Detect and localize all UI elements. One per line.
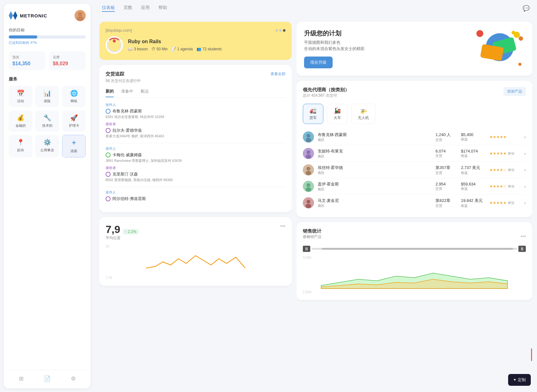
sales-menu-icon[interactable]: ••• [521, 234, 526, 239]
course-dots [275, 29, 285, 32]
agent-arrow-3[interactable]: › [524, 167, 526, 172]
agent-transactions-2: 6,074 交货 [435, 149, 457, 158]
cat-tab-train[interactable]: 🚂 火车 [327, 104, 348, 124]
dot2 [279, 29, 282, 32]
goal-label: 你的目标 [9, 27, 86, 33]
agent-transactions-3: 第357章 交货 [435, 165, 457, 175]
utility-icon: ⚙️ [43, 139, 51, 146]
illus-gear [476, 30, 483, 37]
svg-point-11 [306, 187, 311, 192]
view-all-link[interactable]: 查看全部 [271, 71, 285, 77]
service-label-insurance: 保险 [44, 99, 51, 103]
agent-transactions-4: 2,954 交货 [435, 182, 457, 191]
agent-revenue-2: $174,074 收益 [461, 149, 486, 158]
agenda-icon: 📝 [171, 47, 176, 51]
cat-tab-drone[interactable]: 🚁 无人机 [351, 104, 375, 124]
service-item-insurance[interactable]: 📊 保险 [35, 86, 59, 107]
service-item-tech[interactable]: 🔧 技术的 [35, 110, 59, 132]
progress-text: 已达到目标的 37% [9, 40, 86, 45]
upgrade-illustration [475, 30, 525, 67]
rating-label-5: 评分 [508, 201, 515, 205]
logo-text: METRONIC [20, 13, 47, 18]
stars-3: ★★★★☆ [489, 168, 507, 172]
nav-apps[interactable]: 应用 [141, 5, 150, 12]
add-product-button[interactable]: 添加产品 [503, 87, 526, 96]
service-item-activity[interactable]: 📅 活动 [9, 86, 32, 107]
upgrade-desc: 平面描图和我们多色 生动的未混合紫色头发女士的精彩 [304, 39, 365, 52]
service-item-network[interactable]: 🌐 网络 [62, 86, 86, 107]
slider-pause-right[interactable]: ⏸ [518, 246, 526, 252]
tab-preparing[interactable]: 准备中 [121, 89, 133, 97]
nav-help[interactable]: 帮助 [158, 5, 167, 12]
service-item-finance[interactable]: 💰 金融的 [9, 110, 32, 132]
agent-avatar-4 [303, 181, 314, 192]
care-icon: 🚀 [70, 114, 78, 121]
nav-dashboard[interactable]: 仪表板 [102, 5, 115, 12]
expense-label: 花费 [53, 55, 82, 60]
right-column: 升级您的计划 平面描图和我们多色 生动的未混合紫色头发女士的精彩 现在升级 [297, 22, 532, 387]
lesson-icon: 📖 [128, 47, 133, 51]
svg-point-3 [77, 16, 84, 21]
svg-point-2 [78, 12, 82, 16]
topnav-links: 仪表板 页数 应用 帮助 [102, 5, 167, 12]
left-column: [biqubiqu.com] Ruby on Rails [99, 22, 292, 387]
svg-point-5 [306, 138, 311, 142]
agent-avatar-3 [303, 164, 314, 175]
topnav: 仪表板 页数 应用 帮助 💬 [94, 0, 537, 17]
agent-arrow-5[interactable]: › [524, 200, 526, 205]
illus-coin2 [519, 36, 523, 41]
agent-region-1: 南区 [318, 138, 432, 142]
settings-icon[interactable]: ⚙ [71, 375, 76, 382]
svg-marker-1 [13, 11, 17, 20]
nav-pages[interactable]: 页数 [124, 5, 132, 12]
chat-icon[interactable]: 💬 [523, 5, 530, 12]
dot3-active [283, 29, 285, 32]
receiver-name-2: 克里斯汀·沃森 [106, 171, 285, 177]
agent-row-1: 布鲁克林·西蒙斯 南区 1,240 人 交货 $5,400 收益 ★★★★★ › [303, 129, 526, 145]
delivery-card: 交货追踪 查看全部 56 次交付正在进行中 新的 准备中 船运 发件人 布鲁克林… [99, 65, 292, 212]
user-avatar[interactable] [75, 10, 86, 21]
cat-tab-truck[interactable]: 🚛 货车 [303, 104, 323, 124]
course-domain: [biqubiqu.com] [106, 28, 132, 33]
agent-rating-4: ★★★★☆ 评分 [489, 184, 521, 189]
finance-icon: 💰 [17, 114, 25, 121]
service-item-utility[interactable]: ⚙️ 公用事业 [35, 135, 59, 157]
agent-arrow-4[interactable]: › [524, 184, 526, 189]
customize-button[interactable]: ✦ 定制 [508, 374, 531, 386]
agent-revenue-1: $5,400 收益 [461, 132, 486, 142]
agent-name-3: 埃丝特·霍华德 [318, 165, 432, 171]
file-icon[interactable]: 📄 [44, 375, 51, 382]
upgrade-button[interactable]: 现在升级 [304, 57, 333, 68]
sender-label-1: 发件人 [106, 103, 285, 107]
goal-section: 你的目标 已达到目标的 37% [9, 27, 86, 45]
sender-icon-2 [106, 153, 111, 157]
course-dot-red [113, 39, 116, 43]
slider-track[interactable] [312, 248, 517, 250]
tab-new[interactable]: 新的 [106, 89, 114, 97]
service-item-add[interactable]: + 添新 [62, 135, 86, 157]
course-duration: ⏱ 50 Min [152, 47, 168, 51]
delivery-entry-1: 发件人 布鲁克林·西蒙斯 6391 埃尔全至塞莱斯, 特拉华州 10299 接收… [106, 103, 285, 139]
services-section: 服务 📅 活动 📊 保险 🌐 网络 💰 金融的 🔧 技术的 [9, 76, 86, 157]
students-icon: 👥 [197, 47, 201, 51]
slider-pause-left[interactable]: ⏸ [303, 246, 310, 252]
agent-name-4: 盖伊·霍金斯 [318, 181, 432, 187]
course-meta: 📖 3 lesson ⏱ 50 Min 📝 1 agenda [128, 47, 285, 51]
tab-shipping[interactable]: 船运 [141, 89, 149, 97]
truck-icon: 🚛 [310, 107, 316, 114]
rating-label-4: 评分 [508, 184, 515, 189]
service-item-care[interactable]: 🚀 护理卡 [62, 110, 86, 132]
service-item-hospitality[interactable]: 📍 款待 [9, 135, 32, 157]
illus-coin4 [518, 63, 521, 66]
svg-point-6 [307, 150, 310, 154]
agent-arrow-1[interactable]: › [524, 134, 526, 139]
expense-value: $8,029 [53, 61, 82, 66]
agent-transactions-1: 1,240 人 交货 [435, 132, 457, 142]
divider-1 [106, 143, 285, 143]
layers-icon[interactable]: ⊞ [19, 375, 24, 382]
agent-arrow-2[interactable]: › [524, 151, 526, 156]
stat-menu-icon[interactable]: ••• [280, 223, 285, 229]
agent-name-area-1: 布鲁克林·西蒙斯 南区 [318, 132, 432, 142]
course-body: Ruby on Rails 📖 3 lesson ⏱ 50 Min [106, 36, 285, 54]
course-students: 👥 72 students [197, 47, 222, 51]
